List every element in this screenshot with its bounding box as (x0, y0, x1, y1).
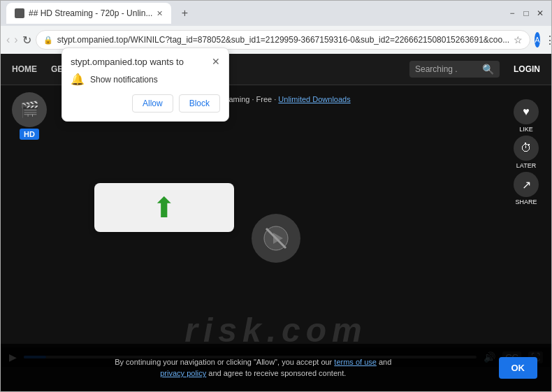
forward-button[interactable]: › (14, 30, 17, 50)
block-button[interactable]: Block (179, 94, 220, 112)
hd-badge-area: 🎬 HD (12, 92, 47, 140)
new-tab-button[interactable]: + (175, 4, 194, 22)
search-bar[interactable]: 🔍 (409, 61, 500, 78)
close-button[interactable]: ✕ (535, 8, 546, 19)
ok-button[interactable]: OK (499, 357, 538, 379)
upload-arrow-icon: ⬆ (152, 191, 176, 224)
play-disabled-icon (263, 226, 289, 251)
allow-button[interactable]: Allow (132, 94, 173, 112)
nav-home[interactable]: HOME (12, 64, 37, 74)
back-button[interactable]: ‹ (6, 30, 10, 50)
like-button[interactable]: ♥ LIKE (509, 99, 543, 133)
login-button[interactable]: LOGIN (514, 64, 540, 74)
film-icon: 🎬 (12, 92, 47, 127)
popup-header: stypt.ompanied.top wants to ✕ (71, 57, 220, 67)
refresh-button[interactable]: ↻ (22, 30, 31, 50)
url-text: stypt.ompanied.top/WKINILC?tag_id=878052… (57, 35, 510, 45)
window-controls: − □ ✕ (507, 8, 546, 19)
consent-bar: By continuing your navigation or clickin… (1, 344, 551, 391)
privacy-policy-link[interactable]: privacy policy (160, 369, 206, 377)
later-label: LATER (516, 162, 536, 169)
popup-close-button[interactable]: ✕ (212, 57, 220, 66)
share-label: SHARE (515, 198, 537, 205)
later-icon: ⏱ (514, 136, 539, 161)
upload-box: ⬆ (94, 183, 234, 232)
popup-notification-row: 🔔 Show notifications (71, 73, 220, 86)
like-label: LIKE (519, 126, 533, 133)
bell-icon: 🔔 (71, 73, 85, 86)
share-icon: ↗ (514, 172, 539, 197)
downloads-link[interactable]: Unlimited Downloads (278, 95, 350, 103)
tab-close-button[interactable]: ✕ (157, 9, 163, 18)
search-input[interactable] (415, 64, 478, 74)
url-bar[interactable]: 🔒 stypt.ompanied.top/WKINILC?tag_id=8780… (36, 30, 531, 50)
consent-text: By continuing your navigation or clickin… (15, 356, 492, 379)
video-area: 🎬 HD HD Streaming · Free · Unlimited Dow… (1, 85, 551, 391)
share-button[interactable]: ↗ SHARE (509, 172, 543, 205)
terms-link[interactable]: terms of use (334, 358, 377, 366)
side-actions: ♥ LIKE ⏱ LATER ↗ SHARE (509, 99, 543, 205)
like-icon: ♥ (514, 99, 539, 124)
later-button[interactable]: ⏱ LATER (509, 136, 543, 169)
tab-title: ## HD Streaming - 720p - Unlin... (29, 8, 152, 18)
search-icon[interactable]: 🔍 (482, 64, 494, 75)
hd-badge: HD (20, 129, 39, 140)
popup-description: Show notifications (90, 75, 158, 85)
browser-window: ## HD Streaming - 720p - Unlin... ✕ + − … (0, 0, 552, 392)
tab-favicon (15, 8, 24, 18)
browser-menu-icon[interactable]: ⋮ (544, 34, 552, 47)
profile-icon[interactable]: A (535, 32, 539, 48)
maximize-button[interactable]: □ (521, 8, 532, 19)
browser-tab[interactable]: ## HD Streaming - 720p - Unlin... ✕ (6, 3, 171, 24)
bookmark-icon[interactable]: ☆ (514, 34, 523, 45)
play-button-center[interactable] (252, 214, 300, 263)
minimize-button[interactable]: − (507, 8, 518, 19)
lock-icon: 🔒 (43, 36, 53, 45)
popup-buttons: Allow Block (71, 94, 220, 112)
popup-title: stypt.ompanied.top wants to (71, 57, 184, 67)
notification-popup: stypt.ompanied.top wants to ✕ 🔔 Show not… (61, 48, 229, 122)
title-bar: ## HD Streaming - 720p - Unlin... ✕ + − … (1, 1, 551, 26)
